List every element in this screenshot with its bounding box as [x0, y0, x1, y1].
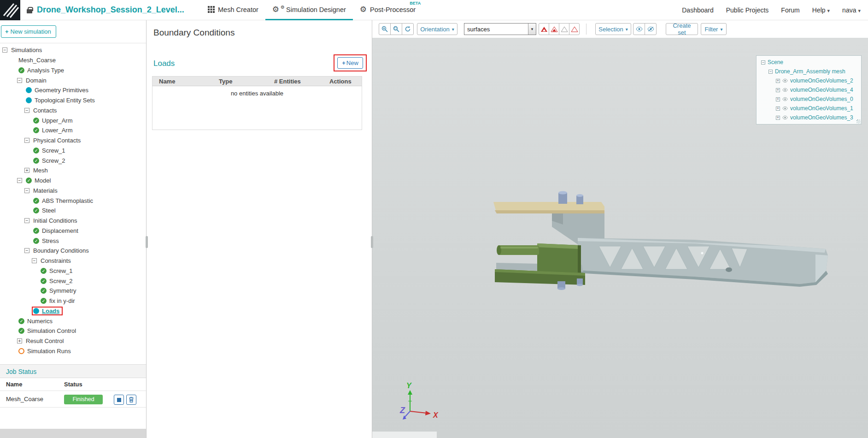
expander-icon[interactable]	[2, 47, 7, 53]
scene-tree-panel[interactable]: Scene Drone_Arm_Assembly mesh	[756, 55, 862, 124]
collapse-icon[interactable]	[761, 60, 765, 65]
tree-item-inner: Domain	[24, 76, 50, 85]
visibility-eye-icon[interactable]	[782, 97, 788, 101]
gear-small-icon: ⚙	[281, 5, 285, 10]
tree-item[interactable]: Simulation Control	[0, 326, 146, 336]
scene-volume-item[interactable]: volumeOnGeoVolumes_0	[757, 95, 861, 104]
quality-filter-solid-button[interactable]	[539, 23, 549, 35]
zoom-window-button[interactable]	[390, 23, 402, 35]
tree-item[interactable]: Screw_2	[0, 276, 146, 286]
expander-icon[interactable]	[24, 188, 29, 193]
expander-icon[interactable]	[17, 338, 22, 343]
tree-item[interactable]: Physical Contacts	[0, 136, 146, 146]
orientation-dropdown[interactable]: Orientation	[417, 23, 457, 35]
new-load-button[interactable]: New	[337, 57, 363, 69]
tree-item[interactable]: Geometry Primitives	[0, 85, 146, 95]
tree-item[interactable]: Screw_1	[0, 146, 146, 156]
tree-item[interactable]: ABS Thermoplastic	[0, 195, 146, 206]
expander-icon[interactable]	[24, 168, 29, 173]
expand-icon[interactable]	[776, 79, 780, 83]
tree-item[interactable]: Mesh	[0, 166, 146, 176]
quality-filter-outline-gray-button[interactable]	[559, 23, 569, 35]
tree-item[interactable]: Loads	[0, 306, 146, 316]
scene-mesh-item[interactable]: Drone_Arm_Assembly mesh	[757, 67, 861, 76]
tree-item[interactable]: Simulation Runs	[0, 346, 146, 356]
selection-dropdown[interactable]: Selection	[595, 23, 631, 35]
tree-item[interactable]: Domain	[0, 75, 146, 85]
render-mode-select[interactable]: surfaces ▼	[464, 23, 536, 35]
tree-item-label: Materials	[33, 187, 58, 194]
user-menu[interactable]: nava	[842, 6, 861, 14]
expander-icon[interactable]	[32, 258, 37, 263]
visibility-eye-icon[interactable]	[782, 116, 788, 119]
scene-volume-item[interactable]: volumeOnGeoVolumes_3	[757, 113, 861, 122]
tree-item[interactable]: Stress	[0, 236, 146, 246]
viewport-3d-canvas[interactable]: Y X Z Scene Drone_Arm_Assembly mesh	[372, 38, 868, 438]
show-selected-button[interactable]	[633, 23, 645, 35]
reset-view-button[interactable]	[402, 23, 414, 35]
tree-item[interactable]: Screw_1	[0, 266, 146, 276]
tree-item[interactable]: Upper_Arm	[0, 115, 146, 125]
tree-item[interactable]: Simulations	[0, 45, 146, 55]
help-menu[interactable]: Help	[812, 6, 830, 14]
expander-icon[interactable]	[17, 178, 22, 183]
tree-item[interactable]: Numerics	[0, 316, 146, 326]
tab-simulation-designer[interactable]: ⚙⚙ Simulation Designer	[265, 0, 353, 20]
tree-item[interactable]: Model	[0, 176, 146, 186]
tree-item[interactable]: Displacement	[0, 226, 146, 236]
tab-mesh-creator[interactable]: Mesh Creator	[201, 0, 265, 20]
delete-job-button[interactable]	[126, 395, 136, 405]
visibility-eye-icon[interactable]	[782, 107, 788, 110]
expander-icon[interactable]	[24, 138, 29, 143]
new-simulation-button[interactable]: New simulation	[1, 25, 56, 38]
visibility-eye-icon[interactable]	[782, 88, 788, 92]
tree-item[interactable]: Screw_2	[0, 155, 146, 166]
panel-resize-handle[interactable]	[371, 236, 373, 248]
tree-item[interactable]: Result Control	[0, 336, 146, 346]
expander-icon[interactable]	[17, 78, 22, 83]
link-public-projects[interactable]: Public Projects	[726, 6, 769, 14]
filter-dropdown[interactable]: Filter	[701, 23, 727, 35]
panel-resize-handle[interactable]	[146, 236, 148, 248]
tab-post-processor[interactable]: ⚙ Post-Processor BETA	[353, 0, 422, 20]
tree-item[interactable]: Constraints	[0, 256, 146, 266]
volume-label: volumeOnGeoVolumes_2	[790, 77, 853, 84]
scene-root-item[interactable]: Scene	[757, 58, 861, 67]
expand-icon[interactable]	[776, 88, 780, 92]
grid-icon	[208, 6, 215, 13]
stop-job-button[interactable]	[114, 395, 124, 405]
expander-icon[interactable]	[24, 108, 29, 113]
scene-volume-item[interactable]: volumeOnGeoVolumes_4	[757, 85, 861, 95]
scene-volume-item[interactable]: volumeOnGeoVolumes_2	[757, 76, 861, 85]
visibility-eye-icon[interactable]	[782, 79, 788, 83]
tree-item[interactable]: Materials	[0, 186, 146, 196]
expand-icon[interactable]	[776, 97, 780, 101]
gears-icon: ⚙	[272, 6, 279, 13]
simscale-logo[interactable]	[0, 0, 20, 20]
tree-item[interactable]: Steel	[0, 206, 146, 216]
link-forum[interactable]: Forum	[781, 6, 799, 14]
tree-item[interactable]: Initial Conditions	[0, 216, 146, 226]
tree-item[interactable]: Lower_Arm	[0, 125, 146, 136]
create-set-button[interactable]: Create set	[666, 23, 698, 35]
hide-selected-button[interactable]	[645, 23, 657, 35]
expand-icon[interactable]	[776, 107, 780, 111]
scene-volume-item[interactable]: volumeOnGeoVolumes_1	[757, 104, 861, 113]
tree-item[interactable]: Topological Entity Sets	[0, 95, 146, 106]
link-dashboard[interactable]: Dashboard	[682, 6, 714, 14]
expander-icon[interactable]	[24, 218, 29, 223]
quality-filter-outline-red-button[interactable]	[569, 23, 580, 35]
expand-icon[interactable]	[776, 116, 780, 120]
tree-item[interactable]: fix in y-dir	[0, 296, 146, 306]
expander-icon[interactable]	[24, 248, 29, 253]
tree-item[interactable]: Contacts	[0, 106, 146, 116]
tree-item[interactable]: Boundary Conditions	[0, 246, 146, 256]
tree-item[interactable]: Mesh_Coarse	[0, 55, 146, 65]
zoom-in-button[interactable]	[379, 23, 391, 35]
collapse-icon[interactable]	[768, 70, 773, 74]
tree-item[interactable]: Symmetry	[0, 286, 146, 296]
project-title[interactable]: Drone_Workshop_Session_2_Level...	[37, 5, 184, 15]
tree-item[interactable]: Analysis Type	[0, 65, 146, 76]
viewport-bottom-overlay	[372, 432, 437, 438]
quality-filter-half-button[interactable]	[549, 23, 559, 35]
